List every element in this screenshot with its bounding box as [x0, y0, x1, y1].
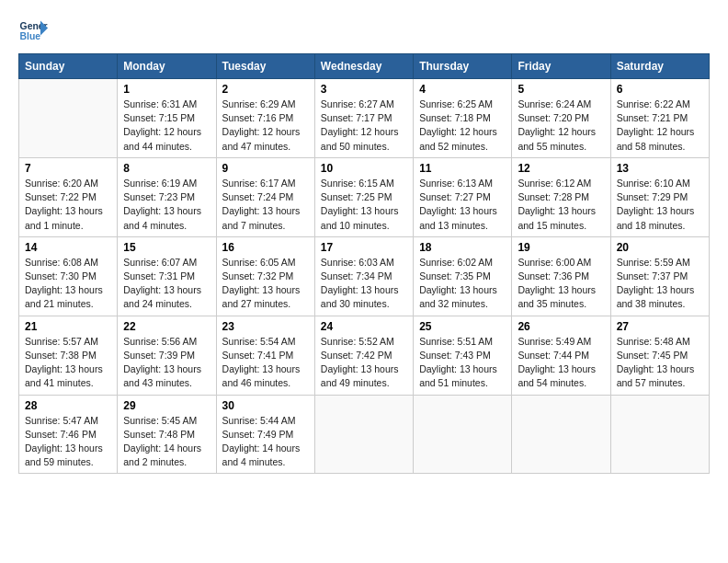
day-number: 11	[419, 162, 506, 175]
calendar-cell: 21Sunrise: 5:57 AMSunset: 7:38 PMDayligh…	[19, 316, 118, 395]
day-number: 27	[617, 320, 703, 333]
calendar-cell: 12Sunrise: 6:12 AMSunset: 7:28 PMDayligh…	[512, 157, 610, 236]
day-detail: Sunrise: 6:05 AMSunset: 7:32 PMDaylight:…	[222, 256, 309, 312]
day-detail: Sunrise: 5:48 AMSunset: 7:45 PMDaylight:…	[617, 335, 703, 391]
day-number: 13	[617, 162, 703, 175]
day-detail: Sunrise: 6:24 AMSunset: 7:20 PMDaylight:…	[518, 98, 604, 154]
day-number: 24	[321, 320, 407, 333]
calendar-week-row: 1Sunrise: 6:31 AMSunset: 7:15 PMDaylight…	[19, 79, 710, 158]
day-detail: Sunrise: 6:10 AMSunset: 7:29 PMDaylight:…	[617, 177, 703, 233]
calendar-cell: 3Sunrise: 6:27 AMSunset: 7:17 PMDaylight…	[314, 79, 413, 158]
day-detail: Sunrise: 6:25 AMSunset: 7:18 PMDaylight:…	[419, 98, 506, 154]
day-number: 7	[25, 162, 111, 175]
day-number: 8	[123, 162, 210, 175]
calendar-cell: 17Sunrise: 6:03 AMSunset: 7:34 PMDayligh…	[314, 236, 413, 316]
day-number: 9	[222, 162, 309, 175]
calendar-week-row: 14Sunrise: 6:08 AMSunset: 7:30 PMDayligh…	[19, 236, 710, 316]
day-detail: Sunrise: 6:15 AMSunset: 7:25 PMDaylight:…	[321, 177, 407, 233]
calendar-cell: 4Sunrise: 6:25 AMSunset: 7:18 PMDaylight…	[414, 79, 512, 158]
calendar-cell: 10Sunrise: 6:15 AMSunset: 7:25 PMDayligh…	[314, 157, 413, 236]
day-number: 14	[25, 241, 111, 254]
day-number: 12	[518, 162, 604, 175]
day-number: 25	[419, 320, 506, 333]
calendar-cell: 24Sunrise: 5:52 AMSunset: 7:42 PMDayligh…	[314, 316, 413, 395]
day-detail: Sunrise: 6:20 AMSunset: 7:22 PMDaylight:…	[25, 177, 111, 233]
day-detail: Sunrise: 5:45 AMSunset: 7:48 PMDaylight:…	[123, 414, 210, 470]
day-number: 19	[518, 241, 604, 254]
day-detail: Sunrise: 6:13 AMSunset: 7:27 PMDaylight:…	[419, 177, 506, 233]
day-detail: Sunrise: 5:57 AMSunset: 7:38 PMDaylight:…	[25, 335, 111, 391]
calendar-cell: 25Sunrise: 5:51 AMSunset: 7:43 PMDayligh…	[414, 316, 512, 395]
day-detail: Sunrise: 6:00 AMSunset: 7:36 PMDaylight:…	[518, 256, 604, 312]
day-detail: Sunrise: 5:52 AMSunset: 7:42 PMDaylight:…	[321, 335, 407, 391]
calendar-cell	[314, 395, 413, 474]
day-number: 28	[25, 399, 111, 412]
day-number: 15	[123, 241, 210, 254]
logo: General Blue	[18, 15, 51, 44]
day-detail: Sunrise: 5:54 AMSunset: 7:41 PMDaylight:…	[222, 335, 309, 391]
day-detail: Sunrise: 6:17 AMSunset: 7:24 PMDaylight:…	[222, 177, 309, 233]
day-detail: Sunrise: 6:12 AMSunset: 7:28 PMDaylight:…	[518, 177, 604, 233]
weekday-header: Saturday	[610, 54, 709, 79]
calendar-cell	[414, 395, 512, 474]
logo-icon: General Blue	[18, 15, 48, 44]
day-detail: Sunrise: 5:49 AMSunset: 7:44 PMDaylight:…	[518, 335, 604, 391]
svg-text:Blue: Blue	[20, 31, 41, 41]
calendar-cell: 26Sunrise: 5:49 AMSunset: 7:44 PMDayligh…	[512, 316, 610, 395]
calendar-cell: 1Sunrise: 6:31 AMSunset: 7:15 PMDaylight…	[118, 79, 216, 158]
day-detail: Sunrise: 6:02 AMSunset: 7:35 PMDaylight:…	[419, 256, 506, 312]
page-header: General Blue	[18, 15, 710, 44]
day-detail: Sunrise: 6:19 AMSunset: 7:23 PMDaylight:…	[123, 177, 210, 233]
calendar-cell: 22Sunrise: 5:56 AMSunset: 7:39 PMDayligh…	[118, 316, 216, 395]
calendar-cell: 9Sunrise: 6:17 AMSunset: 7:24 PMDaylight…	[216, 157, 314, 236]
day-detail: Sunrise: 6:29 AMSunset: 7:16 PMDaylight:…	[222, 98, 309, 154]
day-detail: Sunrise: 6:08 AMSunset: 7:30 PMDaylight:…	[25, 256, 111, 312]
day-detail: Sunrise: 5:59 AMSunset: 7:37 PMDaylight:…	[617, 256, 703, 312]
day-detail: Sunrise: 6:07 AMSunset: 7:31 PMDaylight:…	[123, 256, 210, 312]
weekday-header: Wednesday	[314, 54, 413, 79]
day-detail: Sunrise: 6:03 AMSunset: 7:34 PMDaylight:…	[321, 256, 407, 312]
day-detail: Sunrise: 6:31 AMSunset: 7:15 PMDaylight:…	[123, 98, 210, 154]
day-number: 23	[222, 320, 309, 333]
calendar-cell: 5Sunrise: 6:24 AMSunset: 7:20 PMDaylight…	[512, 79, 610, 158]
calendar-cell: 19Sunrise: 6:00 AMSunset: 7:36 PMDayligh…	[512, 236, 610, 316]
day-number: 16	[222, 241, 309, 254]
calendar-week-row: 28Sunrise: 5:47 AMSunset: 7:46 PMDayligh…	[19, 395, 710, 474]
calendar-cell: 14Sunrise: 6:08 AMSunset: 7:30 PMDayligh…	[19, 236, 118, 316]
calendar-cell: 16Sunrise: 6:05 AMSunset: 7:32 PMDayligh…	[216, 236, 314, 316]
weekday-header: Thursday	[414, 54, 512, 79]
day-detail: Sunrise: 5:44 AMSunset: 7:49 PMDaylight:…	[222, 414, 309, 470]
calendar-cell: 15Sunrise: 6:07 AMSunset: 7:31 PMDayligh…	[118, 236, 216, 316]
day-detail: Sunrise: 5:47 AMSunset: 7:46 PMDaylight:…	[25, 414, 111, 470]
calendar-cell: 18Sunrise: 6:02 AMSunset: 7:35 PMDayligh…	[414, 236, 512, 316]
day-number: 10	[321, 162, 407, 175]
calendar-cell: 2Sunrise: 6:29 AMSunset: 7:16 PMDaylight…	[216, 79, 314, 158]
calendar-cell: 28Sunrise: 5:47 AMSunset: 7:46 PMDayligh…	[19, 395, 118, 474]
day-detail: Sunrise: 6:27 AMSunset: 7:17 PMDaylight:…	[321, 98, 407, 154]
calendar-week-row: 7Sunrise: 6:20 AMSunset: 7:22 PMDaylight…	[19, 157, 710, 236]
calendar-cell: 8Sunrise: 6:19 AMSunset: 7:23 PMDaylight…	[118, 157, 216, 236]
calendar-cell	[512, 395, 610, 474]
day-number: 20	[617, 241, 703, 254]
day-number: 18	[419, 241, 506, 254]
day-number: 3	[321, 83, 407, 96]
calendar-header: SundayMondayTuesdayWednesdayThursdayFrid…	[19, 54, 710, 79]
day-number: 4	[419, 83, 506, 96]
day-number: 2	[222, 83, 309, 96]
calendar-cell	[610, 395, 709, 474]
calendar-cell: 23Sunrise: 5:54 AMSunset: 7:41 PMDayligh…	[216, 316, 314, 395]
day-number: 17	[321, 241, 407, 254]
day-number: 30	[222, 399, 309, 412]
day-detail: Sunrise: 5:51 AMSunset: 7:43 PMDaylight:…	[419, 335, 506, 391]
day-number: 5	[518, 83, 604, 96]
calendar-table: SundayMondayTuesdayWednesdayThursdayFrid…	[18, 53, 710, 474]
calendar-cell: 11Sunrise: 6:13 AMSunset: 7:27 PMDayligh…	[414, 157, 512, 236]
calendar-week-row: 21Sunrise: 5:57 AMSunset: 7:38 PMDayligh…	[19, 316, 710, 395]
calendar-cell: 29Sunrise: 5:45 AMSunset: 7:48 PMDayligh…	[118, 395, 216, 474]
day-number: 6	[617, 83, 703, 96]
day-detail: Sunrise: 6:22 AMSunset: 7:21 PMDaylight:…	[617, 98, 703, 154]
day-number: 1	[123, 83, 210, 96]
calendar-cell	[19, 79, 118, 158]
day-number: 26	[518, 320, 604, 333]
calendar-cell: 6Sunrise: 6:22 AMSunset: 7:21 PMDaylight…	[610, 79, 709, 158]
